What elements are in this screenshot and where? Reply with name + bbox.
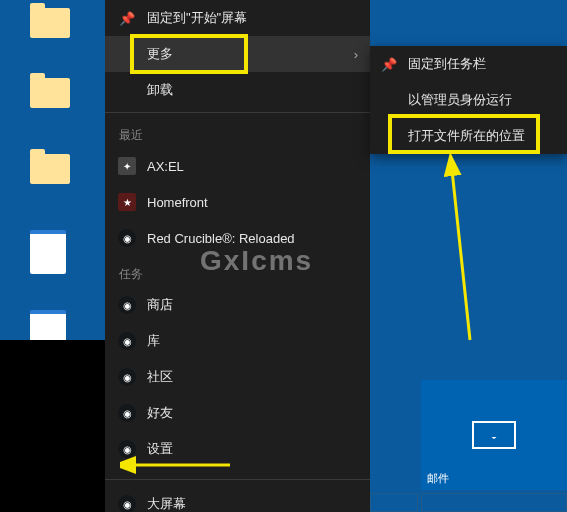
menu-label: 好友: [147, 404, 173, 422]
tile-placeholder: [421, 493, 567, 512]
tile-label: 邮件: [427, 471, 449, 486]
mail-tile[interactable]: 邮件: [421, 380, 567, 490]
task-item[interactable]: ◉商店: [105, 287, 370, 323]
menu-label: Homefront: [147, 195, 208, 210]
recent-header: 最近: [105, 117, 370, 148]
menu-label: 社区: [147, 368, 173, 386]
menu-label: Red Crucible®: Reloaded: [147, 231, 295, 246]
desktop-folder[interactable]: [30, 78, 70, 108]
menu-label: 以管理员身份运行: [408, 91, 512, 109]
submenu-open-location[interactable]: 打开文件所在的位置: [370, 118, 567, 154]
menu-label: AX:EL: [147, 159, 184, 174]
steam-icon: ◉: [118, 495, 136, 512]
chevron-right-icon: ›: [354, 47, 358, 62]
menu-label: 卸载: [147, 81, 173, 99]
menu-label: 固定到"开始"屏幕: [147, 9, 247, 27]
desktop-file[interactable]: [30, 230, 70, 274]
menu-big-picture[interactable]: ◉大屏幕: [105, 486, 370, 512]
menu-pin-start[interactable]: 📌 固定到"开始"屏幕: [105, 0, 370, 36]
task-item[interactable]: ◉设置: [105, 431, 370, 467]
annotation-arrow: [400, 150, 490, 350]
game-icon: ✦: [118, 157, 136, 175]
task-item[interactable]: ◉社区: [105, 359, 370, 395]
recent-item[interactable]: ◉Red Crucible®: Reloaded: [105, 220, 370, 256]
desktop-folder[interactable]: [30, 154, 70, 184]
steam-icon: ◉: [118, 296, 136, 314]
task-item[interactable]: ◉库: [105, 323, 370, 359]
task-item[interactable]: ◉好友: [105, 395, 370, 431]
separator: [105, 112, 370, 113]
more-submenu: 📌 固定到任务栏 以管理员身份运行 打开文件所在的位置: [370, 46, 567, 154]
steam-icon: ◉: [118, 332, 136, 350]
menu-label: 打开文件所在的位置: [408, 127, 525, 145]
menu-label: 库: [147, 332, 160, 350]
desktop-icons-column: [30, 0, 70, 368]
menu-label: 设置: [147, 440, 173, 458]
pin-icon: 📌: [380, 57, 398, 72]
mail-icon: [472, 421, 516, 449]
submenu-run-admin[interactable]: 以管理员身份运行: [370, 82, 567, 118]
menu-label: 固定到任务栏: [408, 55, 486, 73]
pin-icon: 📌: [117, 11, 137, 26]
steam-icon: ◉: [118, 404, 136, 422]
svg-line-0: [452, 170, 470, 340]
menu-label: 更多: [147, 45, 173, 63]
steam-icon: ◉: [118, 229, 136, 247]
menu-more[interactable]: 更多 ›: [105, 36, 370, 72]
menu-label: 大屏幕: [147, 495, 186, 512]
menu-uninstall[interactable]: 卸载: [105, 72, 370, 108]
submenu-pin-taskbar[interactable]: 📌 固定到任务栏: [370, 46, 567, 82]
context-menu: 📌 固定到"开始"屏幕 更多 › 卸载 最近 ✦AX:EL ★Homefront…: [105, 0, 370, 512]
tile-placeholder: [370, 493, 418, 512]
game-icon: ★: [118, 193, 136, 211]
steam-icon: ◉: [118, 440, 136, 458]
tasks-header: 任务: [105, 256, 370, 287]
desktop-folder[interactable]: [30, 8, 70, 38]
start-panel: Steam ✦AXEL Homefro ◉Steam eSteam Su: [0, 340, 105, 512]
menu-label: 商店: [147, 296, 173, 314]
recent-item[interactable]: ★Homefront: [105, 184, 370, 220]
steam-icon: ◉: [118, 368, 136, 386]
recent-item[interactable]: ✦AX:EL: [105, 148, 370, 184]
separator: [105, 479, 370, 480]
